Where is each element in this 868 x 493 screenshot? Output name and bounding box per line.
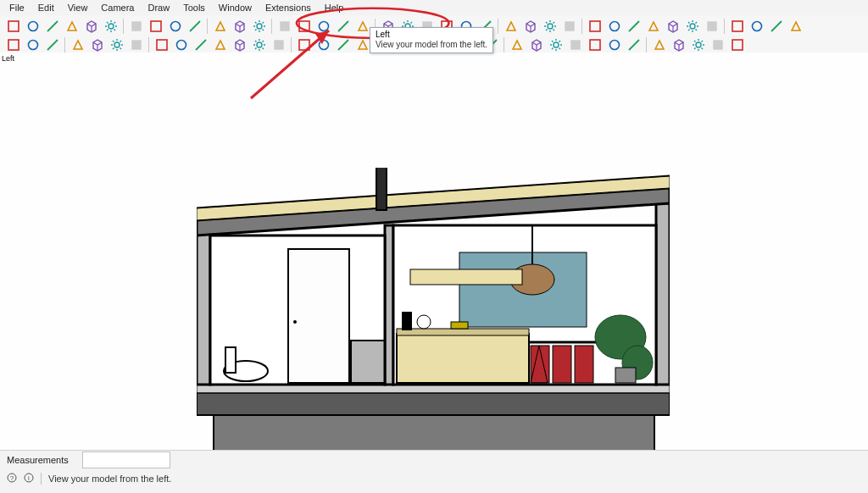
select-arrow-icon[interactable] <box>23 36 42 54</box>
target-icon[interactable] <box>191 36 210 54</box>
svg-point-46 <box>554 42 559 47</box>
erase-guides-icon[interactable] <box>68 36 87 54</box>
svg-rect-59 <box>197 220 210 385</box>
status-hint-text: View your model from the left. <box>48 474 171 484</box>
section-c-icon[interactable] <box>766 17 786 36</box>
status-bar: Measurements ? i View your model from th… <box>0 450 868 493</box>
select-tool-icon[interactable] <box>3 17 23 36</box>
offset-icon[interactable] <box>249 36 269 54</box>
paint-bucket-icon[interactable] <box>81 17 101 36</box>
component-icon[interactable] <box>210 17 230 36</box>
axes-icon[interactable] <box>165 17 185 36</box>
style-toggle-c-icon[interactable] <box>540 17 559 36</box>
scale-icon[interactable] <box>565 36 585 54</box>
svg-point-23 <box>690 24 695 29</box>
svg-rect-53 <box>732 40 743 50</box>
section-d-icon[interactable] <box>786 17 805 36</box>
svg-rect-48 <box>590 40 600 50</box>
smoove-icon[interactable] <box>230 36 249 54</box>
menu-edit[interactable]: Edit <box>32 2 60 14</box>
svg-text:?: ? <box>10 474 14 482</box>
section-a-icon[interactable] <box>727 17 747 36</box>
help-icon[interactable]: ? <box>7 473 17 485</box>
eraser-tool-icon[interactable] <box>23 17 42 36</box>
svg-point-51 <box>696 42 701 47</box>
menu-camera[interactable]: Camera <box>95 2 140 14</box>
screen-text-icon[interactable] <box>294 36 314 54</box>
zoom-tool-icon[interactable] <box>3 36 23 54</box>
dimension-line-icon[interactable] <box>507 36 526 54</box>
copy-component-icon[interactable] <box>230 17 249 36</box>
menu-draw[interactable]: Draw <box>142 2 175 14</box>
menu-file[interactable]: File <box>3 2 31 14</box>
svg-line-7 <box>190 21 200 31</box>
plugin-b-icon[interactable] <box>727 36 747 54</box>
measurements-input[interactable] <box>82 451 170 468</box>
svg-rect-9 <box>281 22 289 30</box>
section-b-icon[interactable] <box>747 17 766 36</box>
rotated-rect-icon[interactable] <box>126 36 146 54</box>
grid-icon[interactable] <box>585 36 604 54</box>
viewport-scene-label: Left <box>2 54 14 63</box>
zoom-extents-icon[interactable] <box>249 17 269 36</box>
arrow-yellow-icon[interactable] <box>546 36 565 54</box>
viewport[interactable] <box>0 53 868 449</box>
svg-rect-81 <box>451 322 468 329</box>
select-lasso-icon[interactable] <box>42 36 62 54</box>
warning-icon[interactable] <box>269 36 288 54</box>
svg-point-26 <box>752 22 761 31</box>
intersect-faces-icon[interactable] <box>171 36 191 54</box>
pan-tool-icon[interactable] <box>275 17 294 36</box>
svg-line-30 <box>47 40 58 50</box>
menu-extensions[interactable]: Extensions <box>259 2 317 14</box>
style-toggle-a-icon[interactable] <box>501 17 520 36</box>
line-tool-icon[interactable] <box>42 17 62 36</box>
menu-tools[interactable]: Tools <box>177 2 211 14</box>
style-toggle-b-icon[interactable] <box>520 17 540 36</box>
svg-rect-67 <box>288 249 349 383</box>
vertical-text-icon[interactable] <box>333 36 353 54</box>
info-icon[interactable]: i <box>24 473 34 485</box>
svg-rect-32 <box>132 41 141 49</box>
weld-icon[interactable] <box>669 36 688 54</box>
menu-view[interactable]: View <box>62 2 94 14</box>
protractor-icon[interactable] <box>526 36 546 54</box>
outer-shell-icon[interactable] <box>152 36 171 54</box>
walk-icon[interactable] <box>314 17 333 36</box>
extension-warehouse-icon[interactable] <box>185 17 204 36</box>
solid-intersect-icon[interactable] <box>643 17 663 36</box>
solid-subtract-icon[interactable] <box>604 17 624 36</box>
orbit-icon[interactable] <box>294 17 314 36</box>
svg-line-50 <box>629 40 639 50</box>
menu-window[interactable]: Window <box>213 2 258 14</box>
curviloft-icon[interactable] <box>688 36 708 54</box>
svg-point-8 <box>257 24 262 29</box>
previous-view-icon[interactable] <box>333 17 353 36</box>
solid-union-icon[interactable] <box>585 17 604 36</box>
dimension-tool-icon[interactable] <box>62 17 81 36</box>
solid-trim-icon[interactable] <box>624 17 643 36</box>
follow-me-icon[interactable] <box>624 36 643 54</box>
shell-b-icon[interactable] <box>702 17 721 36</box>
arc-tool-icon[interactable] <box>126 17 146 36</box>
push-pull-icon[interactable] <box>604 36 624 54</box>
plugin-a-icon[interactable] <box>708 36 727 54</box>
text-tool-icon[interactable] <box>101 17 120 36</box>
axes-red-icon[interactable] <box>210 36 230 54</box>
paint-roller-icon[interactable] <box>649 36 669 54</box>
shell-a-icon[interactable] <box>682 17 702 36</box>
svg-rect-77 <box>397 334 529 383</box>
tooltip-title: Left <box>376 30 487 39</box>
svg-rect-25 <box>732 21 743 31</box>
solid-split-icon[interactable] <box>663 17 682 36</box>
svg-line-2 <box>47 21 58 31</box>
svg-rect-60 <box>656 203 670 385</box>
rectangle-icon[interactable] <box>107 36 126 54</box>
line-from-point-icon[interactable] <box>87 36 107 54</box>
style-toggle-d-icon[interactable] <box>559 17 579 36</box>
pie-tool-icon[interactable] <box>146 17 165 36</box>
leader-text-icon[interactable] <box>314 36 333 54</box>
svg-point-68 <box>293 320 297 324</box>
svg-point-39 <box>319 41 328 50</box>
menu-help[interactable]: Help <box>319 2 350 14</box>
